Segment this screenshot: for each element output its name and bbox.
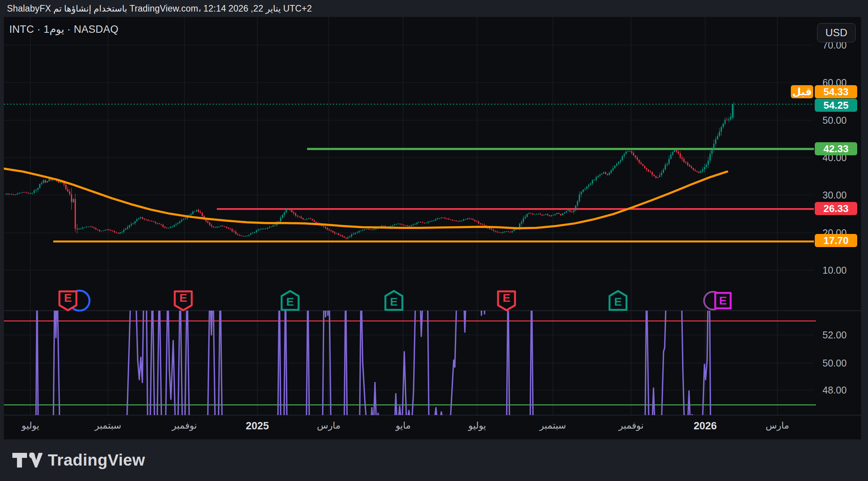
last-price-badge: 54.25 <box>815 99 857 112</box>
svg-text:E: E <box>503 291 510 304</box>
attribution-part: باستخدام <box>94 3 127 14</box>
attribution-part: ,22 <box>251 3 263 14</box>
svg-text:E: E <box>719 294 727 307</box>
price-axis-label: 50.00 <box>822 115 847 126</box>
oscillator-axis-label: 52.00 <box>822 330 847 341</box>
svg-text:E: E <box>64 291 72 304</box>
oscillator-axis-label: 48.00 <box>822 385 847 396</box>
earnings-icon[interactable]: E <box>175 291 192 310</box>
time-axis-month-label: نوفمبر <box>172 420 197 431</box>
price-chart-canvas[interactable]: EEEEEEE <box>4 17 861 439</box>
time-axis-month-label: نوفمبر <box>619 420 644 431</box>
premarket-price-badge: 54.33 <box>815 85 857 98</box>
earnings-icon[interactable]: E <box>282 291 299 310</box>
attribution-part: تم <box>53 3 62 14</box>
tradingview-logo-icon <box>12 450 42 471</box>
symbol-title: INTC · 1يوم · NASDAQ <box>9 23 118 35</box>
moving-average-line[interactable] <box>4 168 727 228</box>
price-level-lines[interactable] <box>4 104 814 241</box>
level-price-26-badge: 26.33 <box>815 202 857 215</box>
earnings-icon[interactable]: E <box>498 291 515 310</box>
earnings-icon[interactable]: E <box>59 291 76 310</box>
earnings-icon[interactable]: E <box>715 293 731 308</box>
attribution-part: ShalabyFX <box>7 3 51 14</box>
price-axis-label: 10.00 <box>822 265 847 276</box>
svg-text:E: E <box>179 291 187 304</box>
svg-text:E: E <box>286 295 294 308</box>
time-axis-month-label: مارس <box>765 420 789 431</box>
chart-area[interactable]: EEEEEEE INTC · 1يوم · NASDAQ USD 70.0060… <box>4 17 861 439</box>
logo-bar: TradingView <box>0 439 868 481</box>
level-price-42-badge: 42.33 <box>815 142 857 155</box>
attribution-part: إنشاؤها <box>64 3 91 14</box>
time-axis-month-label: سبتمبر <box>540 420 566 431</box>
time-axis-month-label: مارس <box>317 420 340 431</box>
oscillator-axis-label: 50.00 <box>822 358 847 369</box>
attribution-part: UTC+2 <box>283 3 312 14</box>
attribution-part: 2026 <box>228 3 248 14</box>
time-axis-year-label: 2025 <box>246 420 269 432</box>
price-axis-label: 30.00 <box>822 190 847 201</box>
earnings-icon[interactable]: E <box>610 291 627 310</box>
attribution-part: 12:14 <box>203 3 226 14</box>
time-axis-month-label: مايو <box>395 420 410 431</box>
currency-button[interactable]: USD <box>817 23 856 42</box>
time-axis-year-label: 2026 <box>694 420 717 432</box>
svg-text:E: E <box>614 295 622 308</box>
premarket-tag-badge: قبل <box>791 85 813 98</box>
earnings-markers[interactable]: EEEEEEE <box>59 291 731 311</box>
level-price-17-badge: 17.70 <box>815 234 857 247</box>
tradingview-logo-text: TradingView <box>48 451 145 469</box>
attribution-text: ShalabyFXتمإنشاؤهاباستخدامTradingView.co… <box>7 3 314 14</box>
attribution-part: يناير <box>265 3 280 14</box>
time-axis-month-label: يوليو <box>22 420 39 431</box>
time-axis-month-label: سبتمبر <box>95 420 122 431</box>
attribution-part: TradingView.com، <box>130 3 201 14</box>
earnings-icon[interactable]: E <box>385 291 402 310</box>
attribution-bar: ShalabyFXتمإنشاؤهاباستخدامTradingView.co… <box>0 0 868 17</box>
time-axis-month-label: يوليو <box>468 420 486 431</box>
svg-text:E: E <box>390 295 398 308</box>
tradingview-snapshot: { "attribution": { "parts": ["ShalabyFX"… <box>0 0 868 481</box>
candlestick-series[interactable] <box>5 102 734 239</box>
grid-lines <box>4 17 814 415</box>
